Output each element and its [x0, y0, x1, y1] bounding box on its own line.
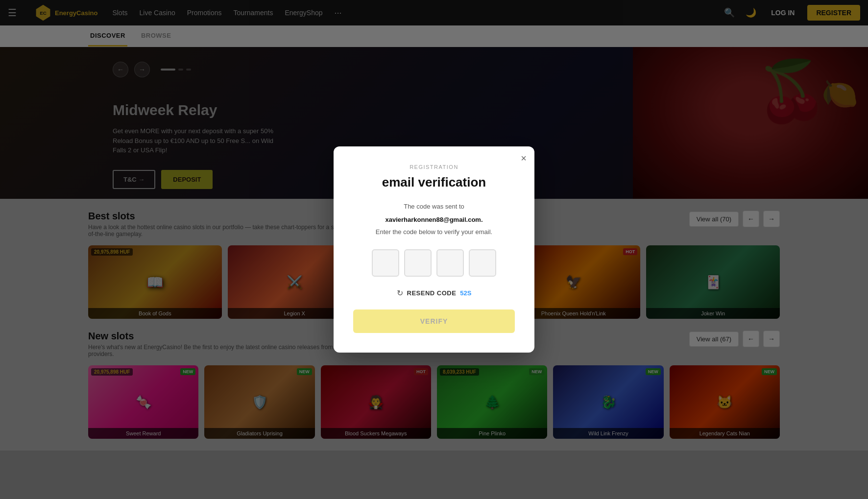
modal-email-text: xavierharkonnen88@gmail.com. — [385, 216, 482, 223]
resend-label[interactable]: RESEND CODE — [407, 289, 457, 297]
modal-label: REGISTRATION — [353, 164, 515, 170]
code-input-3[interactable] — [436, 249, 464, 277]
resend-row: ↻ RESEND CODE 52S — [353, 288, 515, 298]
code-input-4[interactable] — [469, 249, 496, 277]
modal-title: email verification — [353, 175, 515, 190]
resend-timer: 52S — [460, 289, 471, 297]
modal-info-line1: The code was sent to — [353, 202, 515, 212]
modal-overlay[interactable]: × REGISTRATION email verification The co… — [0, 0, 868, 499]
email-verification-modal: × REGISTRATION email verification The co… — [334, 146, 534, 353]
resend-refresh-icon: ↻ — [397, 288, 403, 298]
code-input-group — [353, 249, 515, 277]
modal-close-button[interactable]: × — [521, 153, 527, 163]
modal-email: xavierharkonnen88@gmail.com. — [353, 215, 515, 225]
code-input-1[interactable] — [372, 249, 399, 277]
verify-button[interactable]: VERIFY — [353, 309, 515, 333]
code-input-2[interactable] — [404, 249, 432, 277]
modal-instruction: Enter the code below to verify your emai… — [353, 228, 515, 236]
